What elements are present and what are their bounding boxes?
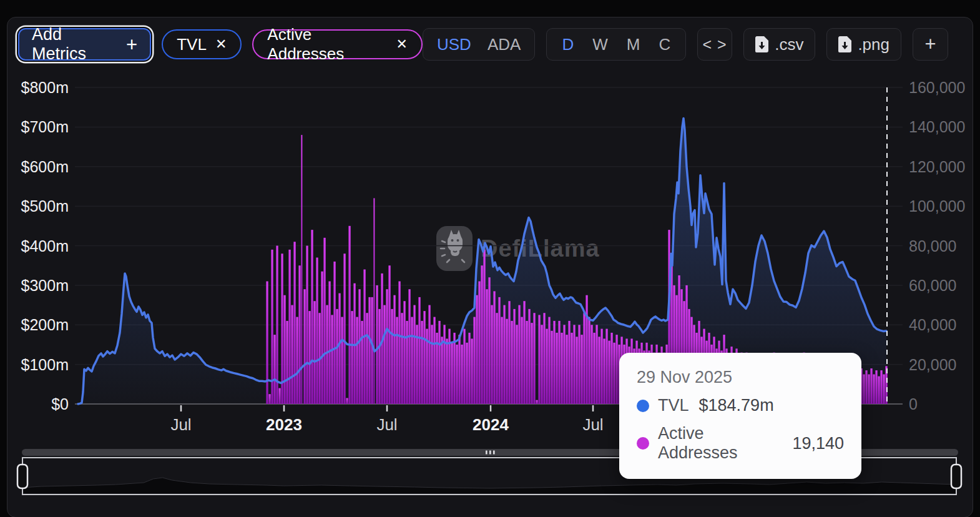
file-download-icon <box>755 36 768 52</box>
tooltip-tvl-name: TVL <box>658 396 689 415</box>
chart-toolbar: Add Metrics + TVL ✕ Active Addresses ✕ U… <box>7 17 972 63</box>
close-icon[interactable]: ✕ <box>396 36 408 52</box>
interval-option-monthly[interactable]: M <box>627 35 640 54</box>
currency-toggle: USD ADA <box>423 28 535 61</box>
active-addresses-series-dot <box>637 437 649 450</box>
currency-option-ada[interactable]: ADA <box>488 35 521 54</box>
download-png-label: .png <box>858 35 889 54</box>
close-icon[interactable]: ✕ <box>215 36 227 52</box>
metric-pill-tvl-label: TVL <box>177 35 207 54</box>
file-download-icon <box>838 36 851 52</box>
tooltip-tvl-value: $184.79m <box>699 396 774 415</box>
currency-option-usd[interactable]: USD <box>437 35 471 54</box>
download-png-button[interactable]: .png <box>826 28 901 61</box>
add-chart-button[interactable]: + <box>913 28 948 61</box>
interval-toggle: D W M C <box>546 28 686 61</box>
chart-tooltip: 29 Nov 2025 TVL $184.79m Active Addresse… <box>619 353 861 479</box>
plus-icon: + <box>126 35 137 54</box>
code-brackets-icon: < > <box>703 36 727 54</box>
tvl-series-dot <box>637 400 649 412</box>
interval-option-weekly[interactable]: W <box>592 35 608 54</box>
download-csv-label: .csv <box>775 35 803 54</box>
plus-icon: + <box>924 33 936 56</box>
tooltip-active-addresses-value: 19,140 <box>792 434 844 453</box>
add-metrics-label: Add Metrics <box>32 25 117 64</box>
metric-pill-active-addresses-label: Active Addresses <box>267 25 387 64</box>
metric-pill-tvl[interactable]: TVL ✕ <box>162 29 242 59</box>
metric-pill-active-addresses[interactable]: Active Addresses ✕ <box>252 29 423 59</box>
tooltip-row-active-addresses: Active Addresses 19,140 <box>637 424 844 463</box>
interval-option-daily[interactable]: D <box>562 35 574 54</box>
metrics-group: Add Metrics + TVL ✕ Active Addresses ✕ <box>15 28 423 61</box>
download-csv-button[interactable]: .csv <box>743 28 815 61</box>
interval-option-cumulative[interactable]: C <box>659 35 670 54</box>
tooltip-date: 29 Nov 2025 <box>637 368 844 387</box>
embed-button[interactable]: < > <box>697 28 732 61</box>
tooltip-active-addresses-name: Active Addresses <box>658 424 782 463</box>
chart-controls-group: USD ADA D W M C < > .csv .png + <box>423 28 948 61</box>
add-metrics-button[interactable]: Add Metrics + <box>18 28 151 61</box>
tooltip-row-tvl: TVL $184.79m <box>637 396 844 415</box>
